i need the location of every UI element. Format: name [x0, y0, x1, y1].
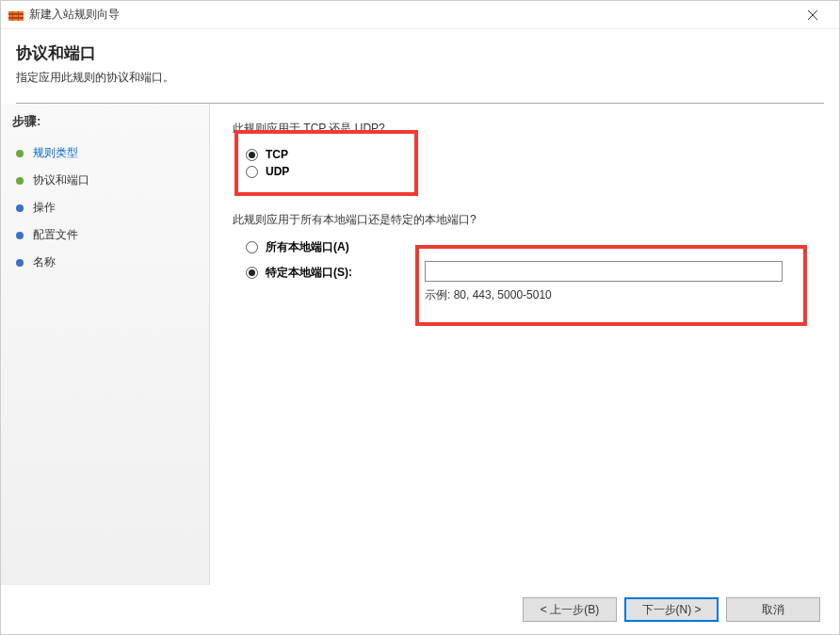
- titlebar: 新建入站规则向导: [1, 1, 839, 29]
- firewall-icon: [8, 8, 24, 23]
- sidebar: 步骤: 规则类型 协议和端口 操作 配置文件 名称: [1, 104, 210, 585]
- radio-icon: [246, 166, 258, 178]
- bullet-icon: [16, 204, 24, 212]
- step-name[interactable]: 名称: [12, 249, 198, 276]
- radio-icon: [246, 149, 258, 161]
- body: 步骤: 规则类型 协议和端口 操作 配置文件 名称: [1, 104, 839, 585]
- step-label: 名称: [33, 254, 56, 270]
- step-label: 操作: [33, 200, 56, 216]
- back-button[interactable]: < 上一步(B): [523, 597, 617, 622]
- specific-port-row: 特定本地端口(S): 示例: 80, 443, 5000-5010: [246, 261, 820, 303]
- steps-title: 步骤:: [12, 113, 198, 130]
- radio-tcp[interactable]: TCP: [246, 148, 820, 161]
- radio-specific-ports[interactable]: 特定本地端口(S):: [246, 265, 425, 281]
- step-profile[interactable]: 配置文件: [12, 221, 198, 249]
- bullet-icon: [16, 177, 24, 185]
- step-rule-type[interactable]: 规则类型: [12, 139, 198, 167]
- radio-label: TCP: [266, 148, 288, 161]
- step-label: 规则类型: [33, 145, 78, 161]
- bullet-icon: [16, 150, 24, 157]
- page-subtitle: 指定应用此规则的协议和端口。: [16, 70, 824, 86]
- radio-icon: [246, 267, 258, 279]
- content-pane: 此规则应用于 TCP 还是 UDP? TCP UDP 此规则应用于所有本地端口还…: [210, 104, 839, 585]
- step-action[interactable]: 操作: [12, 194, 198, 221]
- radio-udp[interactable]: UDP: [246, 165, 820, 178]
- port-scope-group: 所有本地端口(A): [246, 239, 820, 255]
- radio-all-ports[interactable]: 所有本地端口(A): [246, 239, 820, 255]
- protocol-radio-group: TCP UDP: [246, 148, 820, 178]
- protocol-question: 此规则应用于 TCP 还是 UDP?: [233, 121, 820, 137]
- radio-label: UDP: [266, 165, 289, 178]
- port-question: 此规则应用于所有本地端口还是特定的本地端口?: [233, 212, 820, 228]
- protocol-section: 此规则应用于 TCP 还是 UDP? TCP UDP: [233, 121, 820, 178]
- svg-rect-4: [12, 11, 13, 21]
- port-example-label: 示例: 80, 443, 5000-5010: [425, 287, 820, 303]
- svg-rect-1: [8, 11, 24, 13]
- cancel-button[interactable]: 取消: [726, 597, 820, 622]
- svg-rect-2: [8, 15, 24, 17]
- close-button[interactable]: [794, 1, 832, 29]
- page-title: 协议和端口: [16, 42, 824, 64]
- radio-label: 特定本地端口(S):: [266, 265, 352, 281]
- wizard-window: 新建入站规则向导 协议和端口 指定应用此规则的协议和端口。 步骤: 规则类型 协…: [0, 0, 840, 635]
- window-title: 新建入站规则向导: [29, 7, 794, 23]
- radio-icon: [246, 241, 258, 253]
- step-label: 配置文件: [33, 227, 78, 243]
- port-input[interactable]: [425, 261, 783, 282]
- next-button[interactable]: 下一步(N) >: [624, 597, 719, 622]
- svg-rect-3: [8, 19, 24, 21]
- svg-rect-5: [18, 11, 19, 21]
- header: 协议和端口 指定应用此规则的协议和端口。: [1, 29, 839, 95]
- step-protocol-ports[interactable]: 协议和端口: [12, 167, 198, 194]
- bullet-icon: [16, 232, 24, 239]
- step-label: 协议和端口: [33, 172, 89, 188]
- bullet-icon: [16, 259, 24, 267]
- radio-label: 所有本地端口(A): [266, 239, 349, 255]
- footer: < 上一步(B) 下一步(N) > 取消: [1, 585, 839, 634]
